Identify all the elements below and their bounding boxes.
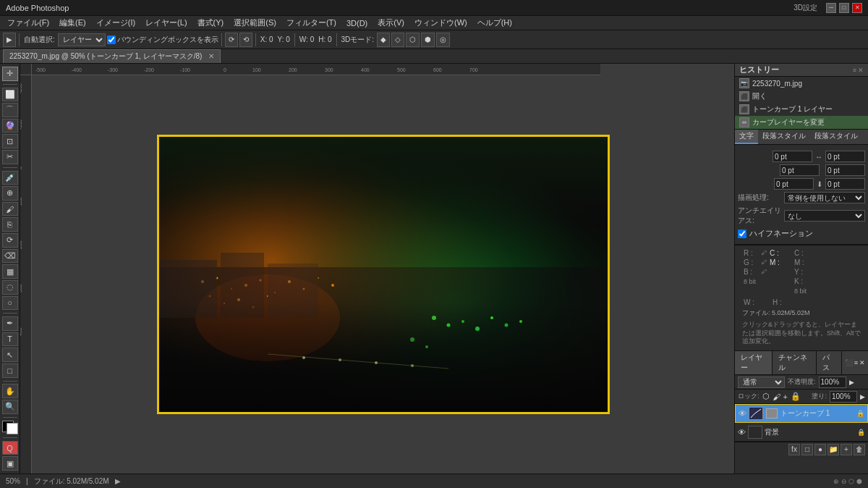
foreground-background-colors[interactable] [2, 421, 18, 434]
hifi-checkbox[interactable] [738, 230, 746, 238]
layers-expand-icon[interactable]: ⬛ [845, 359, 853, 366]
tab-channels[interactable]: チャンネル [773, 351, 817, 374]
menu-edit[interactable]: 編集(E) [55, 16, 90, 30]
layer-item-tonecurve[interactable]: 👁 トーンカーブ 1 🔒 [735, 404, 868, 423]
zoom-tool[interactable]: 🔍 [2, 400, 18, 414]
menu-format[interactable]: 書式(Y) [193, 16, 229, 30]
menu-image[interactable]: イメージ(I) [92, 16, 140, 30]
layer-new-btn[interactable]: + [841, 444, 852, 455]
minimize-button[interactable]: ─ [826, 3, 836, 13]
char-input-4[interactable] [825, 164, 865, 176]
layers-close-icon[interactable]: ✕ [859, 359, 865, 366]
history-panel-header[interactable]: ヒストリー ≡ ✕ [735, 64, 868, 77]
menu-filter[interactable]: フィルター(T) [282, 16, 341, 30]
layer-group-btn[interactable]: 📁 [827, 444, 839, 455]
layers-menu-icon[interactable]: ≡ [854, 359, 858, 366]
tab-para-style[interactable]: 段落スタイル [758, 130, 810, 144]
maximize-button[interactable]: □ [839, 3, 849, 13]
background-color[interactable] [7, 423, 18, 434]
layer-item-bg[interactable]: 👁 背景 🔒 [735, 423, 868, 442]
lock-position-icon[interactable]: + [783, 392, 788, 401]
shape-tool[interactable]: □ [2, 363, 18, 378]
lasso-tool[interactable]: ⌒ [2, 103, 18, 117]
tab-layers[interactable]: レイヤー [735, 351, 773, 374]
layer-adj-btn[interactable]: ● [814, 444, 826, 455]
text-tool[interactable]: T [2, 332, 18, 347]
3d-btn-5[interactable]: ◎ [436, 33, 450, 47]
screen-mode-btn[interactable]: ▣ [2, 456, 18, 471]
bounding-box-check[interactable]: バウンディングボックスを表示 [107, 35, 218, 45]
doc-close-icon[interactable]: ✕ [208, 52, 214, 60]
3d-btn-1[interactable]: ◆ [377, 33, 390, 47]
document-tab[interactable]: 2253270_m.jpg @ 50% (トーンカーブ 1, レイヤーマスク/8… [3, 49, 221, 63]
eraser-tool[interactable]: ⌫ [2, 249, 18, 264]
layer-name-2: 背景 [765, 427, 855, 437]
tool-options-arrow[interactable]: ▶ [3, 33, 16, 47]
menu-window[interactable]: ウィンドウ(W) [410, 16, 472, 30]
close-button[interactable]: ✕ [852, 3, 862, 13]
lock-all-icon[interactable]: 🔒 [791, 392, 801, 401]
document-canvas[interactable] [32, 75, 734, 474]
layer-eye-2[interactable]: 👁 [738, 428, 746, 437]
fill-input[interactable] [830, 391, 857, 403]
history-item-2[interactable]: ⬛ 開く [735, 90, 868, 103]
layer-mask-btn[interactable]: □ [801, 444, 813, 455]
menu-select[interactable]: 選択範囲(S) [229, 16, 281, 30]
status-controls[interactable]: ⊕ ⊖ ⬡ ⬢ [833, 478, 862, 485]
opacity-input[interactable] [819, 376, 846, 388]
history-item-4[interactable]: ✏ カーブレイヤーを変更 [735, 116, 868, 129]
tab-para-style2[interactable]: 段落スタイル [810, 130, 862, 144]
menu-3d[interactable]: 3D(D) [342, 17, 372, 29]
3d-btn-2[interactable]: ◇ [391, 33, 404, 47]
layer-eye-1[interactable]: 👁 [739, 409, 746, 418]
spot-heal-tool[interactable]: ⊕ [2, 186, 18, 201]
pen-tool[interactable]: ✒ [2, 316, 18, 331]
panel-menu-icon[interactable]: ≡ [853, 67, 856, 74]
dodge-tool[interactable]: ○ [2, 296, 18, 311]
char-input-1[interactable] [773, 151, 812, 162]
char-input-6[interactable] [825, 178, 865, 190]
menu-help[interactable]: ヘルプ(H) [473, 16, 516, 30]
auto-select-dropdown[interactable]: レイヤー [58, 33, 106, 46]
char-input-5[interactable] [774, 178, 814, 190]
layer-fx-btn[interactable]: fx [788, 444, 800, 455]
panel-close-icon[interactable]: ✕ [858, 67, 864, 74]
path-select-tool[interactable]: ↖ [2, 348, 18, 362]
layer-delete-btn[interactable]: 🗑 [854, 444, 865, 455]
fill-arrow[interactable]: ▶ [860, 393, 865, 400]
brush-tool[interactable]: 🖌 [2, 202, 18, 216]
history-brush-tool[interactable]: ⟳ [2, 233, 18, 248]
hand-tool[interactable]: ✋ [2, 384, 18, 398]
tab-paths[interactable]: パス [817, 351, 842, 374]
lock-transparent-icon[interactable]: ⬡ [762, 392, 770, 401]
aa-select[interactable]: なし [784, 210, 865, 222]
transform-2[interactable]: ⟲ [239, 33, 252, 47]
move-tool[interactable]: ✛ [2, 67, 18, 81]
gradient-tool[interactable]: ▦ [2, 264, 18, 279]
3d-btn-4[interactable]: ⬢ [421, 33, 435, 47]
char-input-3[interactable] [780, 164, 820, 176]
3d-btn-3[interactable]: ⬡ [406, 33, 420, 47]
stamp-tool[interactable]: ⎘ [2, 217, 18, 232]
transform-1[interactable]: ⟳ [225, 33, 238, 47]
lock-pixels-icon[interactable]: 🖌 [773, 392, 780, 401]
status-arrow[interactable]: ▶ [115, 477, 121, 485]
menu-file[interactable]: ファイル(F) [3, 16, 54, 30]
tab-char[interactable]: 文字 [735, 130, 758, 144]
eyedropper-tool[interactable]: 💉 [2, 171, 18, 185]
crop-tool[interactable]: ⊡ [2, 134, 18, 148]
menu-layer[interactable]: レイヤー(L) [141, 16, 191, 30]
menu-view[interactable]: 表示(V) [373, 16, 409, 30]
marquee-tool[interactable]: ⬜ [2, 88, 18, 102]
quick-mask-btn[interactable]: Q [2, 441, 18, 455]
history-item-3[interactable]: ⬛ トーンカーブ 1 レイヤー [735, 103, 868, 116]
blur-tool[interactable]: ◌ [2, 280, 18, 295]
blend-mode-select[interactable]: 通常 [738, 376, 785, 388]
quick-select-tool[interactable]: 🔮 [2, 119, 18, 133]
history-item-1[interactable]: 📷 2253270_m.jpg [735, 77, 868, 90]
char-input-2[interactable] [825, 151, 865, 162]
slice-tool[interactable]: ✂ [2, 150, 18, 164]
opacity-arrow[interactable]: ▶ [849, 379, 854, 386]
blend-select[interactable]: 常例を使用しない [784, 192, 865, 203]
toolbar-separator-4 [294, 33, 295, 46]
